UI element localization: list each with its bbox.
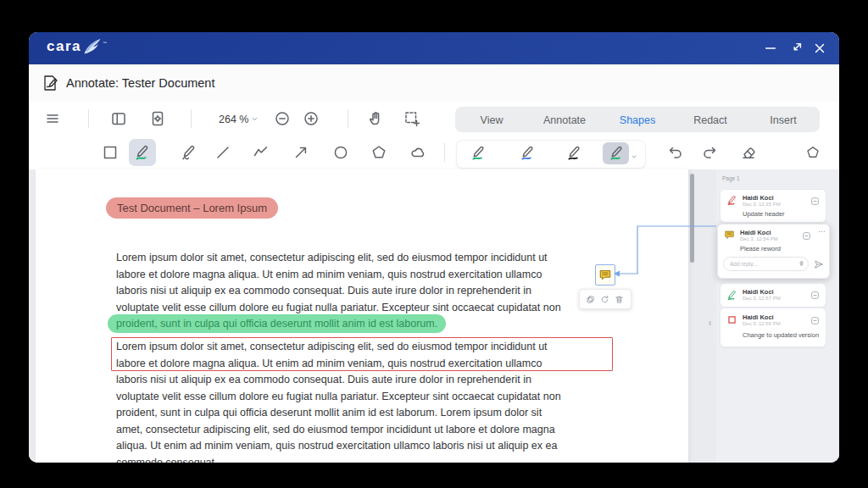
cloud-tool-button[interactable]: [409, 144, 426, 164]
minus-square-icon: [802, 231, 811, 241]
active-green-pen-icon: [609, 145, 625, 161]
tab-redact[interactable]: Redact: [674, 107, 747, 132]
arrow-tool-button[interactable]: [292, 144, 309, 164]
document-canvas: Test Document – Lorem Ipsum Lorem ipsum …: [29, 169, 839, 463]
green-pen-button[interactable]: [470, 145, 487, 164]
minus-square-icon: [810, 291, 820, 300]
comment-card[interactable]: Haidi Koci Dec 3, 12:56 PM Change to upd…: [720, 308, 826, 347]
comment-card[interactable]: Haidi Koci Dec 3, 12:57 PM: [720, 283, 826, 308]
collapse-comment-button[interactable]: [810, 315, 820, 324]
freehand-pen-tool-button[interactable]: [181, 144, 198, 164]
rotate-icon: [600, 295, 609, 304]
logo-text: cara: [47, 38, 81, 55]
app-logo: cara ™: [47, 38, 108, 55]
paragraph-text-line: laboris nisi ut aliquip ex ea commodo co…: [116, 372, 531, 389]
restore-window-button[interactable]: [788, 41, 804, 56]
menu-button[interactable]: [44, 110, 61, 130]
tab-insert[interactable]: Insert: [747, 107, 820, 132]
active-pen-button[interactable]: [609, 145, 625, 164]
comment-timestamp: Dec 3, 12:35 PM: [743, 202, 781, 207]
blue-pen-button[interactable]: [520, 145, 536, 164]
comment-more-menu[interactable]: ⋯: [818, 227, 825, 236]
annotation-mini-toolbar: [579, 289, 632, 309]
panel-resize-handle[interactable]: ‖: [709, 320, 711, 326]
pan-tool-button[interactable]: [367, 110, 384, 130]
minimize-button[interactable]: [763, 41, 778, 56]
redo-button[interactable]: [701, 144, 718, 164]
comment-timestamp: Dec 3, 12:56 PM: [743, 321, 781, 326]
reply-input[interactable]: [723, 257, 809, 271]
black-pen-button[interactable]: [566, 145, 582, 164]
green-pen-icon: [726, 290, 737, 301]
zoom-in-button[interactable]: [303, 110, 320, 130]
pen-options-dropdown[interactable]: [631, 150, 637, 163]
highlighter-tool-button[interactable]: [134, 144, 151, 164]
paragraph-text-line: laboris nisi ut aliquip ex ea commodo co…: [116, 283, 531, 300]
yellow-comment-icon: [598, 269, 612, 282]
zoom-level-dropdown[interactable]: 264 %: [214, 102, 253, 138]
comment-note-annotation[interactable]: [595, 264, 615, 286]
paperclip-icon[interactable]: [798, 260, 805, 268]
highlighter-pen-icon: [134, 144, 151, 161]
comment-body: Change to updated version: [743, 331, 819, 339]
vertical-scrollbar[interactable]: [690, 174, 694, 263]
copy-annotation-button[interactable]: [586, 294, 595, 303]
comment-card[interactable]: Haidi Koci Dec 3, 12:35 PM Update header: [720, 189, 826, 223]
undo-icon: [667, 144, 684, 161]
red-highlight-annotation[interactable]: Test Document – Lorem Ipsum: [106, 197, 278, 219]
comment-author: Haidi Koci: [743, 194, 774, 202]
delete-annotation-button[interactable]: [615, 294, 624, 303]
tab-annotate[interactable]: Annotate: [528, 107, 601, 132]
send-icon[interactable]: [814, 259, 824, 269]
comment-timestamp: Dec 3, 12:57 PM: [743, 296, 781, 301]
circle-icon: [332, 144, 349, 161]
paragraph-text-line: labore et dolore magna aliqua. Ut enim a…: [116, 267, 542, 284]
tab-shapes[interactable]: Shapes: [601, 107, 674, 132]
green-pen-icon: [470, 145, 487, 161]
chevron-down-icon: [251, 115, 259, 123]
sidebar-panel-button[interactable]: [110, 110, 127, 130]
paragraph-text-line: aliqua. Ut enim ad minim veniam, quis no…: [116, 438, 557, 455]
arrow-icon: [292, 144, 309, 161]
select-area-button[interactable]: [403, 110, 420, 130]
blue-pen-icon: [520, 145, 536, 161]
desktop-background: cara ™ Annotate: Tester Document 264 % V…: [0, 0, 868, 488]
comment-author: Haidi Koci: [743, 288, 774, 296]
collapse-comment-button[interactable]: [810, 290, 820, 299]
titlebar: cara ™: [29, 32, 839, 64]
page-label: Page 1: [722, 175, 740, 181]
annotate-document-icon: [42, 74, 60, 92]
hamburger-menu-icon: [44, 110, 61, 127]
pentagon-icon: [370, 144, 387, 161]
polyline-tool-button[interactable]: [253, 144, 270, 164]
collapse-comment-button[interactable]: [802, 230, 811, 240]
undo-button[interactable]: [667, 144, 684, 164]
shape-style-button[interactable]: [805, 145, 821, 163]
eraser-button[interactable]: [740, 144, 757, 164]
comment-card-selected[interactable]: Haidi Koci Dec 3, 12:54 PM ⋯ Please rewo…: [717, 224, 830, 279]
green-highlight-annotation[interactable]: proident, sunt in culpa qui officia dese…: [108, 314, 446, 333]
polygon-tool-button[interactable]: [370, 144, 387, 164]
reset-annotation-button[interactable]: [600, 294, 609, 303]
paragraph-text-line: voluptate velit esse cillum dolore eu fu…: [116, 389, 561, 406]
marquee-select-icon: [403, 110, 420, 127]
close-button[interactable]: [812, 41, 827, 56]
red-pen-icon: [726, 195, 737, 206]
rectangle-tool-button[interactable]: [102, 144, 119, 164]
paragraph-text-line: commodo consequat.: [116, 455, 218, 463]
paragraph-text-line: proident, sunt in culpa qui officia dese…: [116, 405, 542, 422]
line-tool-button[interactable]: [214, 144, 231, 164]
document-settings-button[interactable]: [149, 110, 166, 130]
zoom-out-button[interactable]: [274, 110, 291, 130]
comment-author: Haidi Koci: [740, 229, 771, 236]
mode-tabs: View Annotate Shapes Redact Insert: [455, 107, 820, 132]
pentagon-icon: [805, 145, 821, 160]
tab-view[interactable]: View: [455, 107, 528, 132]
ellipse-tool-button[interactable]: [332, 144, 349, 164]
cloud-icon: [409, 144, 426, 161]
comment-timestamp: Dec 3, 12:54 PM: [740, 236, 778, 241]
collapse-comment-button[interactable]: [810, 196, 820, 205]
minus-square-icon: [810, 316, 820, 325]
document-header: Annotate: Tester Document: [29, 64, 839, 103]
trash-icon: [615, 295, 624, 304]
